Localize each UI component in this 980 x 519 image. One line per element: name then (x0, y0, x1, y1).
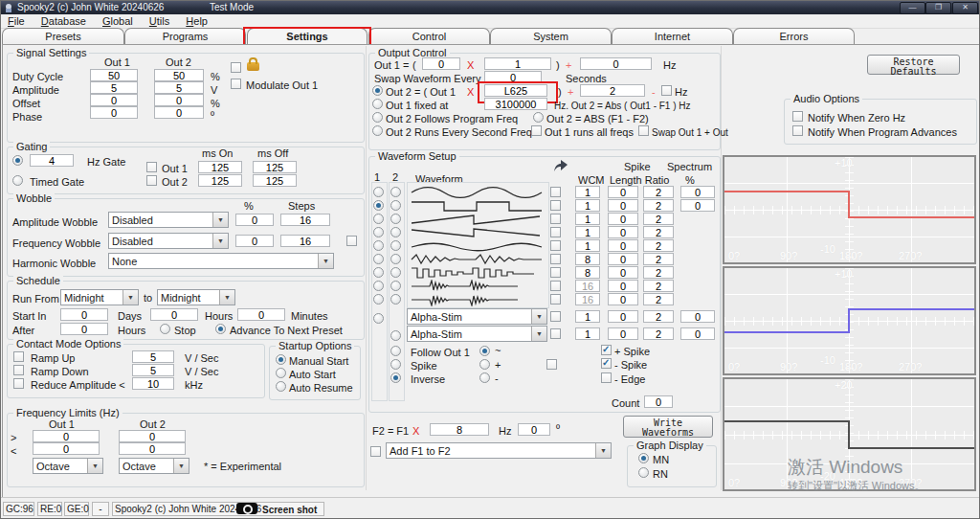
spike-length-input[interactable] (608, 293, 638, 305)
wcm-input[interactable] (575, 266, 600, 279)
spike-ratio-input[interactable] (643, 327, 674, 340)
chevron-down-icon[interactable]: ▼ (122, 290, 138, 305)
minus-edge-checkbox[interactable] (601, 372, 612, 383)
follow-out1-col2-radio[interactable] (390, 346, 401, 356)
waveform-soft-sine-icon[interactable] (411, 239, 543, 253)
gt-out1-input[interactable] (33, 430, 100, 442)
run-to-select[interactable]: Midnight▼ (157, 289, 235, 305)
minus-radio[interactable] (479, 372, 490, 383)
notify-zero-checkbox[interactable] (792, 111, 803, 122)
wave-square-out2-radio[interactable] (390, 200, 401, 211)
spectrum-pct-input[interactable] (680, 327, 715, 340)
tab-errors[interactable]: Errors (733, 28, 855, 45)
gate-out2-checkbox[interactable] (146, 175, 157, 186)
swap-waveform-input[interactable] (484, 71, 542, 83)
close-button[interactable]: ✕ (952, 2, 978, 14)
tab-internet[interactable]: Internet (612, 28, 733, 45)
mn-radio[interactable] (638, 453, 649, 463)
wcm-input[interactable] (575, 293, 600, 305)
chevron-down-icon[interactable]: ▼ (318, 254, 333, 268)
wave-inv-sawtooth-checkbox[interactable] (550, 227, 561, 237)
wave-inv-sawtooth-out2-radio[interactable] (390, 227, 401, 237)
wcm-input[interactable] (575, 213, 600, 225)
ramp-up-input[interactable] (132, 350, 174, 363)
wave-hbomb-checkbox[interactable] (550, 281, 561, 291)
out1-ms-off-input[interactable] (253, 161, 297, 173)
spike-length-input[interactable] (608, 239, 638, 252)
screenshot-label[interactable]: Screen shot (262, 505, 317, 516)
out1-add-input[interactable] (580, 57, 652, 70)
offset-out1-input[interactable] (90, 94, 138, 106)
reduce-amplitude-input[interactable] (132, 377, 174, 390)
spike-length-input[interactable] (608, 310, 638, 323)
chevron-down-icon[interactable]: ▼ (531, 309, 546, 324)
auto-start-radio[interactable] (276, 368, 286, 378)
hz-gate-input[interactable] (30, 154, 74, 167)
frequency-wobble-pct-input[interactable] (235, 235, 274, 247)
start-hours-input[interactable] (150, 308, 198, 321)
menu-global[interactable]: Global (96, 14, 140, 27)
spike-length-input[interactable] (608, 253, 638, 265)
out2-follows-radio[interactable] (372, 112, 383, 123)
spectrum-pct-input[interactable] (680, 310, 715, 323)
spike-ratio-input[interactable] (643, 280, 674, 292)
spectrum-pct-input[interactable] (680, 199, 715, 212)
out2-every-second-radio[interactable] (372, 125, 383, 136)
start-minutes-input[interactable] (237, 308, 285, 321)
alpha-stim2-select[interactable]: Alpha-Stim▼ (407, 326, 547, 342)
out2-ms-off-input[interactable] (253, 174, 297, 187)
chevron-down-icon[interactable]: ▼ (173, 459, 189, 473)
wave-hbomb-out2-radio[interactable] (390, 281, 401, 291)
waveform-damped-square-icon[interactable] (411, 266, 543, 280)
amplitude-wobble-steps-input[interactable] (280, 214, 330, 226)
frequency-wobble-select[interactable]: Disabled▼ (108, 233, 229, 249)
offset-out2-input[interactable] (154, 94, 204, 106)
run-from-select[interactable]: Midnight▼ (60, 289, 139, 305)
spike-ratio-input[interactable] (643, 213, 674, 225)
menu-utils[interactable]: Utils (143, 14, 176, 27)
spike-length-input[interactable] (608, 199, 638, 212)
wave-sine-checkbox[interactable] (550, 187, 561, 197)
add-f1-checkbox[interactable] (370, 446, 381, 457)
wcm-input[interactable] (575, 226, 600, 238)
out1-mult-input[interactable] (484, 57, 551, 70)
f2-mult-input[interactable] (430, 423, 489, 436)
ramp-up-checkbox[interactable] (13, 351, 24, 362)
spike-ratio-input[interactable] (643, 253, 674, 265)
modulate-checkbox[interactable] (231, 79, 241, 89)
out1-all-freqs-checkbox[interactable] (531, 125, 542, 136)
export-waveform-icon[interactable] (552, 159, 568, 172)
spike-length-input[interactable] (608, 186, 638, 198)
wcm-input[interactable] (575, 280, 600, 292)
spike-ratio-input[interactable] (643, 310, 674, 323)
chevron-down-icon[interactable]: ▼ (87, 459, 102, 473)
waveform-damped-sine-icon[interactable] (411, 253, 543, 266)
out2-mult-input[interactable] (484, 84, 547, 97)
write-waveforms-button[interactable]: WriteWaveforms (623, 416, 713, 438)
spike-ratio-input[interactable] (643, 226, 674, 238)
alpha-stim1-out1-radio[interactable] (373, 313, 384, 324)
camera-icon[interactable] (236, 503, 257, 514)
add-f1-select[interactable]: Add F1 to F2▼ (386, 442, 612, 459)
reduce-amplitude-checkbox[interactable] (13, 378, 24, 389)
wave-inv-sawtooth-out1-radio[interactable] (373, 227, 384, 237)
tilde-radio[interactable] (479, 346, 490, 356)
out2-abs-radio[interactable] (533, 112, 544, 123)
wave-damped-square-out2-radio[interactable] (390, 267, 401, 278)
restore-defaults-button[interactable]: RestoreDefaults (867, 55, 960, 75)
start-days-input[interactable] (60, 308, 108, 321)
amplitude-wobble-select[interactable]: Disabled▼ (108, 212, 229, 228)
out1-fixed-input[interactable] (484, 98, 547, 110)
frequency-wobble-steps-input[interactable] (280, 235, 330, 247)
wave-sawtooth-checkbox[interactable] (550, 214, 561, 224)
tab-system[interactable]: System (490, 28, 612, 45)
hz-gate-radio[interactable] (12, 155, 23, 166)
gate-out1-checkbox[interactable] (146, 162, 157, 172)
timed-gate-radio[interactable] (12, 175, 23, 186)
spike-extra-checkbox[interactable] (546, 359, 557, 370)
waveform-square-icon[interactable] (411, 199, 543, 213)
manual-start-radio[interactable] (276, 354, 286, 365)
tab-control[interactable]: Control (368, 28, 490, 45)
wave-damped-square-out1-radio[interactable] (373, 267, 384, 278)
alpha-stim1-checkbox[interactable] (550, 311, 561, 322)
